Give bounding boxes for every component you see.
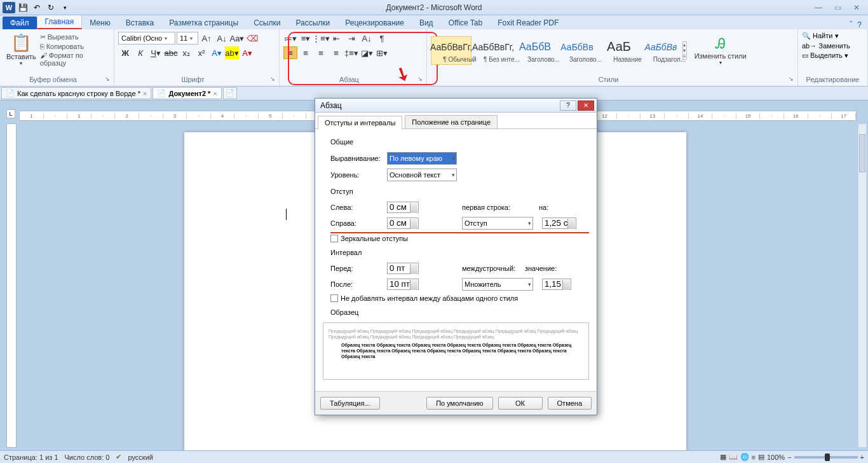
zoom-out-icon[interactable]: −	[787, 453, 791, 461]
tab-review[interactable]: Рецензирование	[337, 17, 412, 29]
dlg-tab-indents[interactable]: Отступы и интервалы	[318, 116, 402, 129]
styles-launcher-icon[interactable]: ↘	[789, 76, 794, 82]
dlg-tab-position[interactable]: Положение на странице	[405, 115, 498, 128]
close-tab-icon[interactable]: ×	[143, 90, 147, 97]
style-heading2[interactable]: АаБбВвЗаголово...	[557, 36, 597, 65]
grow-font-icon[interactable]: A↑	[200, 32, 214, 45]
tab-menu[interactable]: Меню	[82, 17, 118, 29]
shading-icon[interactable]: ◪▾	[360, 46, 374, 59]
font-size-combo[interactable]: 11	[177, 32, 198, 45]
dialog-help-icon[interactable]: ?	[560, 100, 576, 111]
font-color-icon[interactable]: A▾	[240, 46, 254, 59]
after-input[interactable]	[390, 279, 412, 289]
view-print-icon[interactable]: ▦	[720, 453, 726, 461]
align-right-icon[interactable]: ≡	[314, 46, 328, 59]
page-indicator[interactable]: Страница: 1 из 1	[4, 453, 58, 461]
tab-mailings[interactable]: Рассылки	[288, 17, 337, 29]
select-button[interactable]: ▭ Выделить ▾	[802, 52, 864, 60]
right-input[interactable]	[390, 218, 412, 228]
style-title[interactable]: АаБНазвание	[599, 36, 639, 65]
vertical-ruler[interactable]	[6, 123, 17, 448]
multilevel-icon[interactable]: ⋮≡▾	[314, 32, 328, 45]
undo-icon[interactable]: ↶	[31, 2, 43, 13]
style-heading1[interactable]: АаБбВЗаголово...	[515, 36, 555, 65]
minimize-button[interactable]: —	[811, 3, 826, 12]
tab-home[interactable]: Главная	[37, 15, 83, 29]
tab-file[interactable]: Файл	[3, 17, 37, 29]
doctab-2[interactable]: 📄Документ2 *×	[153, 87, 221, 99]
left-input[interactable]	[390, 202, 412, 212]
spell-check-icon[interactable]: ✔	[116, 453, 121, 461]
doctab-1[interactable]: 📄Как сделать красную строку в Ворде *×	[1, 87, 151, 99]
font-name-combo[interactable]: Calibri (Осно	[118, 32, 175, 45]
dialog-close-icon[interactable]: ✕	[578, 100, 594, 111]
paragraph-launcher-icon[interactable]: ↘	[417, 76, 423, 82]
value-input[interactable]	[545, 279, 565, 289]
clear-format-icon[interactable]: ⌫	[245, 32, 259, 45]
vertical-scrollbar[interactable]	[858, 123, 867, 448]
clipboard-launcher-icon[interactable]: ↘	[105, 76, 110, 82]
ok-button[interactable]: ОК	[498, 397, 543, 410]
highlight-icon[interactable]: ab▾	[225, 46, 239, 59]
strike-icon[interactable]: abc	[164, 46, 178, 59]
align-left-icon[interactable]: ≡	[283, 46, 297, 59]
styles-scroll[interactable]: ▴▾≡	[682, 41, 687, 60]
linespacing-select[interactable]: Множитель	[462, 278, 533, 291]
view-web-icon[interactable]: 🌐	[740, 453, 749, 461]
align-select[interactable]: По левому краю	[387, 152, 457, 165]
tabs-button[interactable]: Табуляция...	[320, 397, 380, 410]
increase-indent-icon[interactable]: ⇥	[344, 32, 358, 45]
zoom-in-icon[interactable]: +	[860, 453, 864, 461]
noadd-checkbox[interactable]	[330, 294, 338, 302]
qat-dropdown-icon[interactable]: ▾	[58, 2, 71, 13]
maximize-button[interactable]: ▭	[830, 3, 845, 12]
view-outline-icon[interactable]: ≡	[752, 453, 756, 461]
tab-links[interactable]: Ссылки	[246, 17, 288, 29]
paste-button[interactable]: 📋 Вставить ▾	[4, 32, 39, 67]
help-icon[interactable]: ?	[857, 20, 862, 29]
close-tab-icon[interactable]: ×	[213, 90, 217, 97]
show-marks-icon[interactable]: ¶	[375, 32, 389, 45]
default-button[interactable]: По умолчанию	[426, 397, 492, 410]
change-styles-button[interactable]: Ꭿ Изменить стили ▾	[692, 34, 749, 67]
language-indicator[interactable]: русский	[128, 453, 153, 461]
on-input[interactable]	[545, 218, 570, 228]
before-input[interactable]	[390, 263, 412, 273]
selection-pane-icon[interactable]: L	[6, 109, 15, 118]
tab-view[interactable]: Вид	[412, 17, 441, 29]
cut-button[interactable]: ✂ Вырезать	[40, 33, 110, 41]
shrink-font-icon[interactable]: A↓	[215, 32, 229, 45]
format-painter-button[interactable]: 🖌 Формат по образцу	[40, 52, 110, 67]
view-draft-icon[interactable]: ▤	[758, 453, 764, 461]
level-select[interactable]: Основной текст	[387, 169, 457, 181]
tab-layout[interactable]: Разметка страницы	[161, 17, 246, 29]
close-button[interactable]: ✕	[849, 3, 864, 12]
zoom-slider[interactable]	[794, 456, 858, 459]
line-spacing-icon[interactable]: ‡≡▾	[344, 46, 358, 59]
justify-icon[interactable]: ≡	[329, 46, 343, 59]
view-read-icon[interactable]: 📖	[729, 453, 738, 461]
text-effects-icon[interactable]: A▾	[210, 46, 224, 59]
new-tab-button[interactable]: 📄	[223, 87, 237, 99]
find-button[interactable]: 🔍 Найти ▾	[802, 32, 864, 40]
tab-insert[interactable]: Вставка	[118, 17, 162, 29]
sort-icon[interactable]: A↓	[360, 32, 374, 45]
redo-icon[interactable]: ↻	[44, 2, 57, 13]
style-subtitle[interactable]: АаБбВвПодзагол...	[641, 36, 681, 65]
replace-button[interactable]: ab→ Заменить	[802, 42, 864, 50]
style-nospacing[interactable]: АаБбВвГг,¶ Без инте...	[473, 36, 513, 65]
word-count[interactable]: Число слов: 0	[65, 453, 110, 461]
tab-foxit[interactable]: Foxit Reader PDF	[490, 17, 566, 29]
align-center-icon[interactable]: ≡	[299, 46, 313, 59]
dialog-titlebar[interactable]: Абзац ? ✕	[315, 99, 597, 113]
zoom-level[interactable]: 100%	[767, 453, 785, 461]
decrease-indent-icon[interactable]: ⇤	[329, 32, 343, 45]
style-normal[interactable]: АаБбВвГг,¶ Обычный	[431, 36, 471, 65]
cancel-button[interactable]: Отмена	[548, 397, 592, 410]
mirror-checkbox[interactable]	[330, 235, 338, 242]
change-case-icon[interactable]: Aa▾	[230, 32, 244, 45]
bullets-icon[interactable]: ≔▾	[283, 32, 297, 45]
minimize-ribbon-icon[interactable]: ˇ	[850, 20, 852, 29]
tab-office[interactable]: Office Tab	[441, 17, 491, 29]
copy-button[interactable]: ⎘ Копировать	[40, 43, 110, 50]
